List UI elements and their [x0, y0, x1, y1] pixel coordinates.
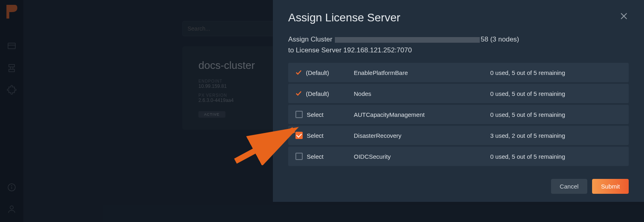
license-usage: 0 used, 5 out of 5 remaining	[490, 111, 621, 118]
cancel-button[interactable]: Cancel	[551, 179, 588, 194]
license-row: SelectAUTCapacityManagement0 used, 5 out…	[288, 105, 629, 124]
license-name: OIDCSecurity	[354, 153, 490, 160]
row-select-label: Select	[307, 153, 324, 160]
license-usage: 0 used, 5 out of 5 remaining	[490, 153, 621, 160]
modal-title: Assign License Server	[288, 11, 400, 24]
row-select-label: (Default)	[306, 90, 329, 97]
license-list: (Default)EnablePlatformBare0 used, 5 out…	[288, 63, 629, 166]
license-name: EnablePlatformBare	[354, 69, 490, 76]
check-icon	[295, 69, 302, 76]
license-checkbox[interactable]	[295, 132, 303, 139]
check-icon	[295, 90, 302, 97]
license-usage: 0 used, 5 out of 5 remaining	[490, 69, 621, 76]
close-icon[interactable]	[619, 11, 629, 21]
license-row: SelectDisasterRecovery3 used, 2 out of 5…	[288, 126, 629, 145]
row-select-label: Select	[307, 111, 324, 118]
license-checkbox[interactable]	[295, 111, 303, 118]
license-name: AUTCapacityManagement	[354, 111, 490, 118]
license-row: (Default)Nodes0 used, 5 out of 5 remaini…	[288, 84, 629, 103]
license-name: Nodes	[354, 90, 490, 97]
redacted-cluster-id	[335, 37, 480, 43]
license-row: SelectOIDCSecurity0 used, 5 out of 5 rem…	[288, 147, 629, 166]
row-select-label: (Default)	[306, 69, 329, 76]
license-checkbox[interactable]	[295, 153, 303, 160]
license-usage: 0 used, 5 out of 5 remaining	[490, 90, 621, 97]
license-name: DisasterRecovery	[354, 132, 490, 139]
modal-subtitle: Assign Cluster 58 (3 nodes) to License S…	[288, 34, 629, 56]
license-row: (Default)EnablePlatformBare0 used, 5 out…	[288, 63, 629, 82]
license-usage: 3 used, 2 out of 5 remaining	[490, 132, 621, 139]
row-select-label: Select	[307, 132, 324, 139]
assign-license-modal: Assign License Server Assign Cluster 58 …	[273, 0, 644, 202]
submit-button[interactable]: Submit	[592, 179, 629, 194]
